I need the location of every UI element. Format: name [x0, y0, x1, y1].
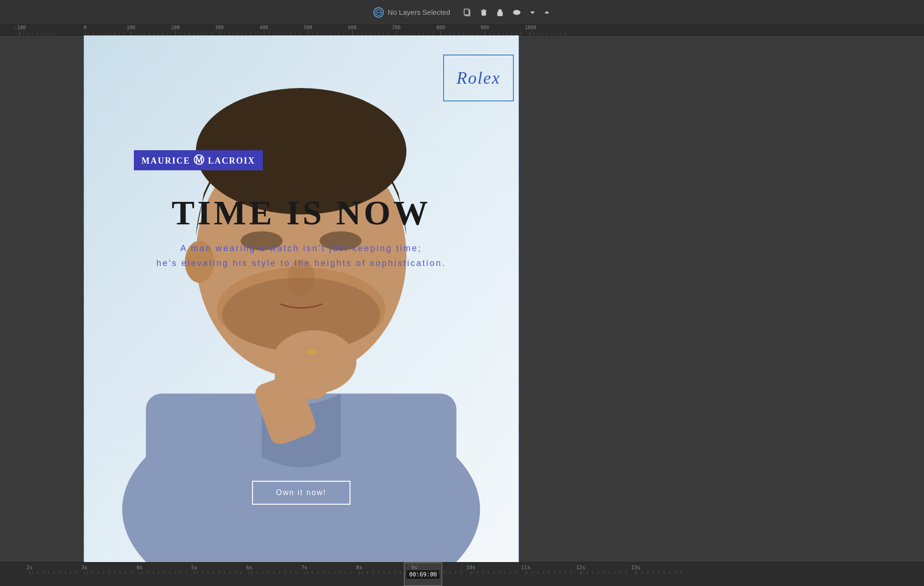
timeline-minor-tick: [235, 563, 236, 574]
timeline-inner: 00:09:00 2s3s4s5s6s7s8s9s10s11s12s13s: [0, 563, 924, 586]
ruler-minor-tick: [383, 26, 384, 35]
timeline-minor-tick: [455, 563, 456, 574]
timeline-minor-tick: [257, 563, 258, 574]
timeline-minor-tick: [109, 563, 109, 574]
ruler-minor-tick: [511, 26, 512, 35]
ruler-mark: 0: [84, 25, 87, 35]
ml-logo: Maurice Ⓜ Lacroix: [134, 150, 263, 170]
ruler-minor-tick: [246, 26, 247, 35]
timeline-minor-tick: [158, 563, 159, 574]
ruler-minor-tick: [211, 26, 212, 35]
chevron-up-icon[interactable]: [543, 9, 551, 16]
timeline-minor-tick: [378, 563, 379, 574]
timeline-minor-tick: [483, 563, 483, 574]
timeline-minor-tick: [510, 563, 511, 574]
timeline-minor-tick: [428, 563, 428, 574]
copy-icon[interactable]: [463, 8, 472, 17]
timeline-minor-tick: [532, 563, 533, 574]
ruler-minor-tick: [185, 26, 185, 35]
timeline-minor-tick: [664, 563, 664, 574]
timeline-minor-tick: [32, 563, 33, 574]
ruler-minor-tick: [459, 26, 459, 35]
ruler-minor-tick: [446, 26, 446, 35]
timeline-minor-tick: [224, 563, 225, 574]
ruler-minor-tick: [401, 26, 402, 35]
ruler-minor-tick: [503, 26, 503, 35]
timeline-minor-tick: [351, 563, 351, 574]
ruler-minor-tick: [101, 26, 102, 35]
rolex-box: Rolex: [443, 55, 514, 101]
ruler-minor-tick: [115, 26, 115, 35]
timeline-minor-tick: [142, 563, 142, 574]
timeline-minor-tick: [554, 563, 554, 574]
ruler-minor-tick: [423, 26, 424, 35]
ruler-minor-tick: [410, 26, 410, 35]
timeline-minor-tick: [488, 563, 489, 574]
timeline-minor-tick: [615, 563, 615, 574]
ruler-minor-tick: [167, 26, 167, 35]
timeline-minor-tick: [598, 563, 598, 574]
ruler-minor-tick: [32, 26, 33, 35]
rolex-text: Rolex: [457, 68, 500, 88]
ruler-minor-tick: [41, 26, 42, 35]
ruler-minor-tick: [516, 26, 516, 35]
timeline-minor-tick: [153, 563, 153, 574]
ruler-minor-tick: [23, 26, 24, 35]
ruler-minor-tick: [158, 26, 158, 35]
svg-rect-27: [307, 350, 317, 354]
visibility-icon[interactable]: [511, 8, 522, 17]
ruler-minor-tick: [366, 26, 366, 35]
timeline-minor-tick: [642, 563, 642, 574]
timeline-minor-tick: [527, 563, 527, 574]
svg-rect-3: [464, 9, 469, 15]
ruler-minor-tick: [131, 26, 131, 35]
main-headline: TIME IS NOW: [172, 193, 431, 233]
ruler-minor-tick: [427, 26, 428, 35]
timeline: 00:09:00 2s3s4s5s6s7s8s9s10s11s12s13s: [0, 562, 924, 586]
ruler-minor-tick: [228, 26, 229, 35]
timeline-minor-tick: [582, 563, 582, 574]
ml-text-right: Lacroix: [205, 156, 256, 166]
timeline-minor-tick: [367, 563, 368, 574]
ruler-minor-tick: [140, 26, 141, 35]
timeline-minor-tick: [180, 563, 181, 574]
timeline-minor-tick: [395, 563, 395, 574]
timeline-minor-tick: [477, 563, 478, 574]
timeline-minor-tick: [609, 563, 609, 574]
timeline-minor-tick: [461, 563, 461, 574]
toolbar: No Layers Selected: [0, 0, 924, 25]
ruler-minor-tick: [379, 26, 380, 35]
timeline-minor-tick: [571, 563, 571, 574]
lock-icon[interactable]: [495, 8, 505, 17]
timeline-minor-tick: [76, 563, 76, 574]
timeline-minor-tick: [241, 563, 241, 574]
ruler-minor-tick: [463, 26, 464, 35]
timeline-minor-tick: [131, 563, 131, 574]
chevron-down-icon[interactable]: [529, 9, 536, 16]
ruler-minor-tick: [50, 26, 50, 35]
ruler-minor-tick: [97, 26, 98, 35]
no-layers-label: No Layers Selected: [388, 8, 450, 16]
subtitle-line2: he's elevating his style to the heights …: [156, 258, 446, 268]
subtitle-line1: A man wearing a watch isn't just keeping…: [180, 243, 422, 253]
ruler-minor-tick: [28, 26, 28, 35]
ruler-minor-tick: [454, 26, 455, 35]
timeline-minor-tick: [439, 563, 439, 574]
timeline-minor-tick: [59, 563, 60, 574]
timeline-minor-tick: [208, 563, 208, 574]
ruler-minor-tick: [339, 26, 339, 35]
timeline-minor-tick: [620, 563, 620, 574]
timeline-minor-tick: [125, 563, 126, 574]
svg-rect-4: [482, 11, 486, 15]
timeline-minor-tick: [637, 563, 637, 574]
timeline-minor-tick: [593, 563, 593, 574]
ruler-minor-tick: [162, 26, 163, 35]
timeline-minor-tick: [670, 563, 670, 574]
cta-button[interactable]: Own it now!: [252, 481, 350, 505]
ruler-inner: -10001002003004005006007008009001000: [0, 25, 924, 35]
timeline-playhead[interactable]: 00:09:00: [404, 563, 442, 586]
ruler-minor-tick: [441, 26, 441, 35]
timeline-minor-tick: [37, 563, 38, 574]
ruler-minor-tick: [291, 26, 291, 35]
delete-icon[interactable]: [479, 8, 489, 17]
